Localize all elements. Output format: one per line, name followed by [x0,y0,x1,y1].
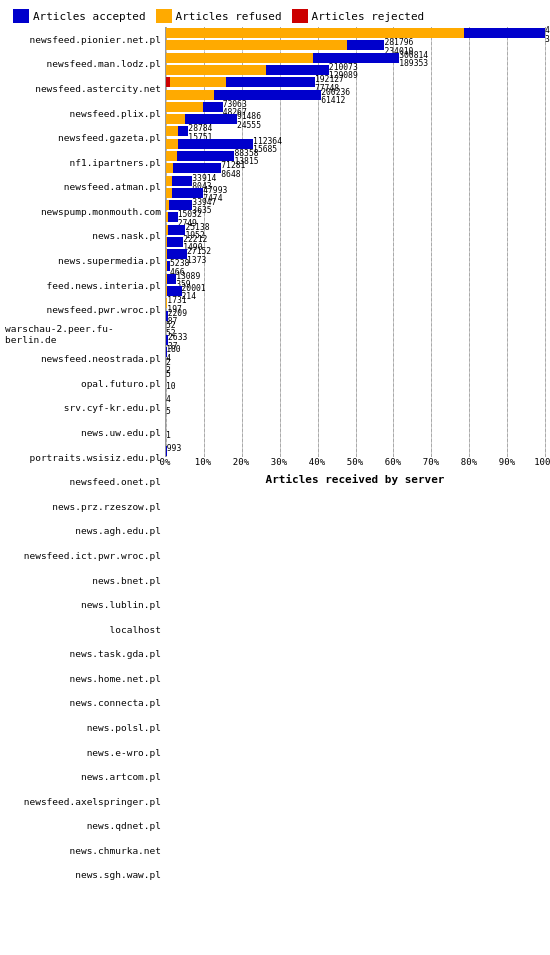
bar-group-5: 20023661412 [166,90,545,100]
bar-accepted-17 [166,237,183,247]
y-label-6: newsfeed.atman.pl [5,174,165,199]
y-label-15: srv.cyf-kr.edu.pl [5,396,165,421]
bar-row-29: 10 [166,383,545,395]
bar-group-24: 5252 [166,323,545,333]
x-tick-label-3: 30% [271,457,287,467]
bar-row-28: 5 [166,371,545,383]
bar-group-9: 11236415685 [166,139,545,149]
y-label-8: news.nask.pl [5,224,165,249]
bar-refused-14 [166,200,169,210]
y-label-12: warschau-2.peer.fu-berlin.de [5,322,165,347]
legend-accepted: Articles accepted [13,9,146,23]
bar-row-1: 281796234010 [166,39,545,51]
chart-container: Articles accepted Articles refused Artic… [0,0,550,955]
bar-row-12: 339148043 [166,174,545,186]
legend-rejected-box [292,9,308,23]
x-tick-label-6: 60% [385,457,401,467]
bar-accepted-20 [166,274,176,284]
bar-group-21: 20001214 [166,286,545,296]
bar-row-9: 11236415685 [166,138,545,150]
legend: Articles accepted Articles refused Artic… [5,5,545,27]
bar-accepted-11 [166,163,221,173]
y-label-17: portraits.wsisiz.edu.pl [5,445,165,470]
bar-group-28: 5 [166,372,545,382]
bar-refused-8 [166,126,178,136]
y-label-10: feed.news.interia.pl [5,273,165,298]
bar-refused-12 [166,176,172,186]
bar-group-33: 1 [166,433,545,443]
x-tick-label-0: 0% [160,457,171,467]
y-label-1: newsfeed.man.lodz.pl [5,52,165,77]
bar-value-label-31: 5 [166,408,171,416]
bar-refused-10 [166,151,177,161]
y-label-27: news.connecta.pl [5,691,165,716]
bar-accepted-14 [166,200,192,210]
bar-row-33: 1 [166,432,545,444]
bar-refused-6 [166,102,203,112]
bar-rejected-4 [166,77,170,87]
bar-refused-0 [166,28,464,38]
y-label-34: news.sgh.waw.pl [5,863,165,888]
bar-value-label-30: 4 [166,396,171,404]
y-label-0: newsfeed.pionier.net.pl [5,27,165,52]
bar-group-22: 1731197 [166,298,545,308]
bar-group-26: 1804 [166,347,545,357]
bar-accepted-16 [166,225,185,235]
y-label-24: localhost [5,617,165,642]
bar-refused-18 [166,249,167,259]
bar-refused-13 [166,188,172,198]
y-label-23: news.lublin.pl [5,592,165,617]
y-label-14: opal.futuro.pl [5,371,165,396]
legend-refused-box [156,9,172,23]
x-tick-label-8: 80% [461,457,477,467]
bar-group-32 [166,421,545,431]
bar-row-15: 150322749 [166,211,545,223]
x-tick-label-1: 10% [195,457,211,467]
bar-row-5: 20023661412 [166,88,545,100]
bar-accepted-9 [166,139,253,149]
y-label-31: newsfeed.axelspringer.pl [5,789,165,814]
legend-refused: Articles refused [156,9,282,23]
x-axis-title: Articles received by server [165,473,545,486]
bar-group-0: 488882384297 [166,28,545,38]
bar-row-26: 1804 [166,346,545,358]
bar-row-30: 4 [166,395,545,407]
bar-group-23: 220987 [166,311,545,321]
legend-refused-label: Articles refused [176,10,282,23]
y-label-21: newsfeed.ict.pwr.wroc.pl [5,543,165,568]
x-tick-label-7: 70% [423,457,439,467]
bar-accepted-18 [166,249,187,259]
y-label-22: news.bnet.pl [5,568,165,593]
bar-row-2: 300814189353 [166,52,545,64]
bar-accepted-21 [166,286,182,296]
x-tick-label-10: 100% [534,457,550,467]
bar-row-19: 5238466 [166,260,545,272]
bar-group-25: 263337 [166,335,545,345]
y-label-20: news.agh.edu.pl [5,519,165,544]
y-label-5: nf1.ipartners.pl [5,150,165,175]
bar-refused-11 [166,163,173,173]
bar-row-27: 22 [166,359,545,371]
y-label-26: news.home.net.pl [5,666,165,691]
x-tick-label-4: 40% [309,457,325,467]
bar-group-30: 4 [166,397,545,407]
bar-group-3: 210073129089 [166,65,545,75]
bar-row-24: 5252 [166,322,545,334]
bar-row-21: 20001214 [166,285,545,297]
bar-group-14: 339473635 [166,200,545,210]
bar-value-label-34: 993 [167,445,181,453]
x-tick-label-5: 50% [347,457,363,467]
y-label-18: newsfeed.onet.pl [5,469,165,494]
bar-group-27: 22 [166,360,545,370]
bar-group-16: 251381952 [166,225,545,235]
bar-row-25: 263337 [166,334,545,346]
bar-group-12: 339148043 [166,176,545,186]
bar-row-4: 19212777748 [166,76,545,88]
bar-row-0: 488882384297 [166,27,545,39]
bar-refused-15 [166,212,168,222]
chart-area: newsfeed.pionier.net.plnewsfeed.man.lodz… [5,27,545,887]
y-labels: newsfeed.pionier.net.plnewsfeed.man.lodz… [5,27,165,887]
bar-refused-17 [166,237,167,247]
y-label-33: news.chmurka.net [5,838,165,863]
bar-group-8: 2878415751 [166,126,545,136]
